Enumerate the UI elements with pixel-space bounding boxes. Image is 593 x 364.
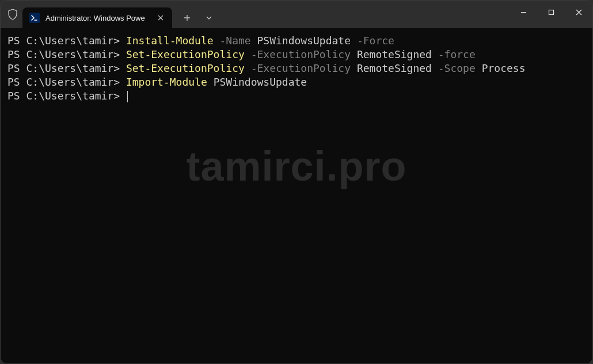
new-tab-button[interactable]	[177, 7, 197, 28]
tab-close-button[interactable]	[156, 13, 165, 22]
terminal-line: PS C:\Users\tamir> Set-ExecutionPolicy -…	[7, 48, 586, 62]
segment-param: -force	[432, 48, 476, 60]
svg-rect-6	[549, 10, 553, 14]
maximize-button[interactable]	[537, 1, 565, 24]
segment-param: -Scope	[432, 62, 482, 74]
segment-arg: PSWindowsUpdate	[207, 76, 307, 88]
titlebar-drag-region[interactable]	[219, 1, 510, 28]
shield-icon	[7, 9, 18, 20]
segment-arg: Process	[482, 62, 526, 74]
titlebar: Administrator: Windows Powe	[1, 1, 592, 28]
segment-arg: PSWindowsUpdate	[257, 35, 351, 47]
tab-actions	[177, 3, 219, 28]
prompt: PS C:\Users\tamir>	[7, 76, 126, 88]
terminal-line: PS C:\Users\tamir> Install-Module -Name …	[7, 34, 586, 48]
terminal-line: PS C:\Users\tamir>	[7, 89, 586, 103]
segment-param: -ExecutionPolicy	[245, 48, 357, 60]
terminal-content[interactable]: PS C:\Users\tamir> Install-Module -Name …	[1, 28, 592, 364]
tabs-container: Administrator: Windows Powe	[22, 1, 219, 28]
segment-arg: RemoteSigned	[357, 62, 432, 74]
segment-cmd: Install-Module	[126, 35, 214, 47]
segment-arg: RemoteSigned	[357, 48, 432, 60]
window-controls	[510, 1, 592, 28]
tab-title: Administrator: Windows Powe	[45, 14, 150, 22]
terminal-line: PS C:\Users\tamir> Set-ExecutionPolicy -…	[7, 62, 586, 75]
segment-param: -ExecutionPolicy	[245, 62, 357, 74]
segment-cmd: Set-ExecutionPolicy	[126, 48, 245, 60]
prompt: PS C:\Users\tamir>	[7, 48, 126, 60]
prompt: PS C:\Users\tamir>	[7, 62, 126, 74]
segment-cmd: Set-ExecutionPolicy	[126, 62, 245, 74]
prompt: PS C:\Users\tamir>	[7, 90, 126, 102]
tab-powershell[interactable]: Administrator: Windows Powe	[22, 7, 172, 28]
titlebar-left	[1, 1, 18, 28]
close-button[interactable]	[565, 1, 592, 24]
cursor	[127, 91, 128, 102]
segment-cmd: Import-Module	[126, 76, 207, 88]
prompt: PS C:\Users\tamir>	[7, 35, 126, 47]
segment-param: -Name	[214, 35, 257, 47]
powershell-icon	[29, 13, 40, 23]
minimize-button[interactable]	[510, 1, 537, 24]
terminal-line: PS C:\Users\tamir> Import-Module PSWindo…	[7, 75, 586, 89]
tab-dropdown-button[interactable]	[199, 7, 219, 28]
segment-param: -Force	[351, 35, 394, 47]
